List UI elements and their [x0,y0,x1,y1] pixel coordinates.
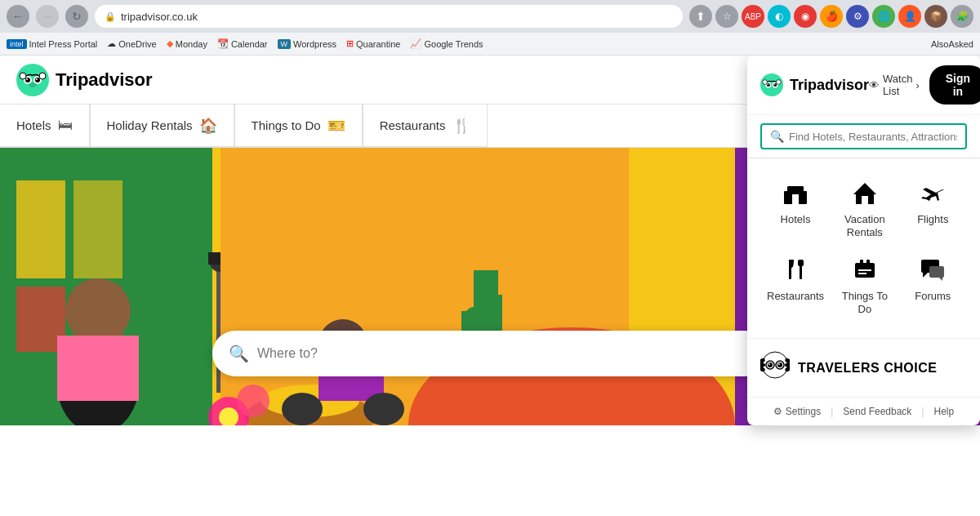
svg-point-5 [26,78,28,80]
nav-hotels[interactable]: Hotels 🛏 [0,105,90,147]
svg-point-76 [768,363,773,367]
holiday-rentals-icon: 🏠 [199,117,217,135]
separator-1: | [831,406,833,417]
ext6-icon[interactable]: 🌐 [872,5,895,28]
tripadvisor-logo[interactable]: Tripadvisor [16,64,153,96]
nav-things-to-do[interactable]: Things to Do 🎫 [234,105,363,147]
svg-rect-68 [858,273,866,274]
svg-point-0 [16,64,49,96]
dd-restaurants-label: Restaurants [767,290,824,303]
dd-things-item[interactable]: Things To Do [831,248,898,325]
dd-vacation-icon [852,181,878,208]
svg-point-7 [29,82,37,87]
dd-vacation-label: Vacation Rentals [837,213,892,238]
bookmarks-bar: intel Intel Press Portal ☁OneDrive ◆Mond… [0,33,980,56]
signin-button[interactable]: Sign in [929,65,980,105]
nav-holiday-rentals[interactable]: Holiday Rentals 🏠 [90,105,234,147]
hotels-text: Hotels [16,118,51,132]
svg-marker-58 [853,183,876,194]
svg-point-28 [282,393,323,425]
bookmark-onedrive[interactable]: ☁OneDrive [107,38,156,49]
dd-restaurants-item[interactable]: Restaurants [760,248,831,325]
dropdown-search-bar[interactable]: 🔍 [760,123,967,149]
back-button[interactable]: ← [7,5,29,28]
restaurants-icon: 🍴 [452,117,470,135]
bookmark-trends[interactable]: 📈Google Trends [410,38,483,49]
holiday-rentals-text: Holiday Rentals [107,118,193,132]
help-label: Help [933,406,954,417]
svg-point-81 [760,363,765,367]
svg-point-3 [25,78,30,82]
svg-point-78 [768,363,770,365]
restaurants-text: Restaurants [380,118,446,132]
help-link[interactable]: Help [933,406,954,417]
eye-icon: 👁 [869,79,880,91]
search-input[interactable] [257,346,751,361]
ext5-icon[interactable]: ⚙ [846,5,869,28]
svg-point-50 [773,83,777,87]
dropdown-logo: Tripadvisor [760,73,869,96]
travelers-choice-text: TRAVELERS CHOICE [798,361,937,376]
svg-marker-70 [923,273,928,278]
bookmark-monday[interactable]: ◆Monday [167,38,207,49]
watchlist-label: Watch List [883,73,912,97]
forward-button[interactable]: → [36,5,59,28]
dropdown-menu-grid: Hotels Vacation Rentals [747,158,980,339]
ext3-icon[interactable]: ◉ [794,5,817,28]
chevron-right-icon: › [915,79,919,91]
dropdown-header: Tripadvisor 👁 Watch List › Sign in [747,56,980,115]
dropdown-footer: ⚙ Settings | Send Feedback | Help [747,398,980,425]
svg-point-45 [237,385,270,417]
dd-search-input[interactable] [789,131,957,143]
settings-link[interactable]: ⚙ Settings [773,406,821,417]
separator-2: | [921,406,924,417]
tripadvisor-page: Tripadvisor Hotels 🛏 Holiday Rentals 🏠 T… [0,56,980,516]
ext2-icon[interactable]: ◐ [768,5,791,28]
settings-label: Settings [786,406,821,417]
bookmark-wordpress[interactable]: WWordpress [278,39,336,49]
bookmark-quarantine[interactable]: ⊞Quarantine [346,38,400,49]
ext4-icon[interactable]: 🍎 [820,5,843,28]
svg-point-9 [39,73,46,79]
puzzle-icon[interactable]: 🧩 [951,5,973,28]
watchlist-button[interactable]: 👁 Watch List › [869,73,920,97]
svg-rect-63 [798,260,804,266]
svg-point-4 [35,78,40,82]
search-box[interactable]: 🔍 [212,331,768,376]
svg-rect-65 [860,260,863,266]
svg-point-54 [777,80,782,85]
logo-owl-icon [16,64,49,96]
bookmark-calendar[interactable]: 📆Calendar [217,38,268,49]
address-bar[interactable]: 🔒 tripadvisor.co.uk [95,5,683,28]
bookmark-alsoasked[interactable]: AlsoAsked [931,39,973,49]
nav-restaurants[interactable]: Restaurants 🍴 [363,105,488,147]
dd-forums-item[interactable]: Forums [899,248,967,325]
bookmark-intel[interactable]: intel Intel Press Portal [7,39,97,49]
dd-flights-item[interactable]: Flights [899,171,967,248]
bookmark-icon[interactable]: ☆ [715,5,738,28]
svg-rect-60 [862,196,868,204]
refresh-button[interactable]: ↻ [65,5,88,28]
browser-actions: ⬆ ☆ ABP ◐ ◉ 🍎 ⚙ 🌐 👤 📦 🧩 [689,5,973,28]
dd-things-icon [852,258,878,285]
ext8-icon[interactable]: 📦 [924,5,947,28]
svg-point-8 [20,73,26,79]
ext7-icon[interactable]: 👤 [898,5,921,28]
travelers-choice-section[interactable]: TRAVELERS CHOICE [747,339,980,398]
extensions-icon[interactable]: ABP [742,5,764,28]
svg-rect-67 [858,269,871,271]
svg-point-84 [785,363,790,367]
send-feedback-link[interactable]: Send Feedback [843,406,911,417]
logo-text: Tripadvisor [56,69,153,91]
hotels-icon: 🛏 [58,117,73,134]
dd-restaurants-icon [782,258,808,285]
dd-hotels-label: Hotels [781,213,811,226]
dd-hotels-item[interactable]: Hotels [760,171,831,248]
dd-forums-icon [920,258,946,285]
dd-vacation-item[interactable]: Vacation Rentals [831,171,898,248]
svg-point-46 [760,73,783,96]
svg-point-17 [65,278,131,344]
dropdown-search-area: 🔍 [747,115,980,158]
share-icon[interactable]: ⬆ [689,5,712,28]
svg-rect-18 [57,336,139,401]
